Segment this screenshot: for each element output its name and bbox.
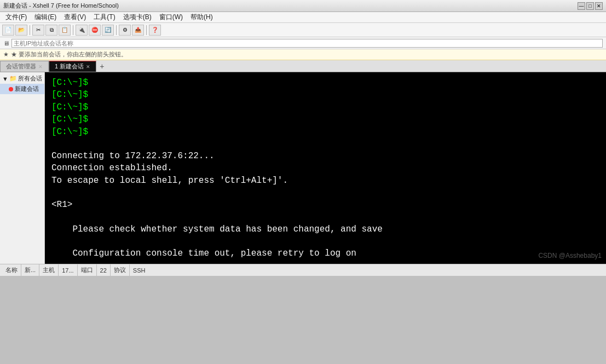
- toolbar-transfer[interactable]: 📤: [132, 25, 144, 36]
- toolbar: 📄 📂 ✂ ⧉ 📋 🔌 ⛔ 🔄 ⚙ 📤 ❓: [0, 23, 606, 37]
- terminal-blank-4: [51, 235, 599, 247]
- minimize-button[interactable]: —: [578, 2, 585, 10]
- terminal-established: Connection established.: [51, 162, 599, 174]
- menu-bar: 文件(F) 编辑(E) 查看(V) 工具(T) 选项卡(B) 窗口(W) 帮助(…: [0, 12, 606, 23]
- terminal-prompt-4: [C:\~]$: [51, 113, 599, 125]
- workspace: ▼ 📁 所有会话 新建会话 [C:\~]$ [C:\~]$ [C:\~]$ [C…: [0, 72, 606, 264]
- status-bar: 名称 新... 主机 17... 端口 22 协议 SSH: [0, 264, 606, 276]
- sidebar-group-all-sessions[interactable]: ▼ 📁 所有会话: [0, 73, 44, 84]
- toolbar-disconnect[interactable]: ⛔: [89, 25, 101, 36]
- status-proto-val: SSH: [133, 267, 146, 274]
- terminal-blank-2: [51, 187, 599, 199]
- toolbar-sep1: [30, 25, 30, 35]
- status-proto-key: 协议: [114, 266, 126, 274]
- toolbar-cut[interactable]: ✂: [32, 25, 44, 36]
- tab-session-manager-label: 会话管理器: [6, 62, 36, 71]
- status-host-label: 主机: [39, 264, 59, 276]
- terminal-prompt-2: [C:\~]$: [51, 89, 599, 101]
- status-name-value: 新...: [21, 264, 39, 276]
- status-host-value: 17...: [59, 264, 77, 276]
- tab-new-session[interactable]: 1 新建会话 ✕: [49, 61, 96, 72]
- terminal-connecting: Connecting to 172.22.37.6:22...: [51, 150, 599, 162]
- hint-text: ★ 要添加当前会话，你由左侧的箭头按钮。: [11, 50, 127, 59]
- status-port-label: 端口: [78, 264, 97, 276]
- tab-bar: 会话管理器 ✕ 1 新建会话 ✕ +: [0, 60, 606, 72]
- maximize-button[interactable]: □: [586, 2, 594, 10]
- sidebar-item-new-session-label: 新建会话: [15, 85, 39, 93]
- tab-new-session-label: 1 新建会话: [55, 62, 84, 71]
- terminal-r1: <R1>: [51, 199, 599, 211]
- menu-file[interactable]: 文件(F): [2, 12, 30, 22]
- status-host-val: 17...: [62, 267, 73, 274]
- toolbar-new[interactable]: 📄: [2, 25, 14, 36]
- toolbar-connect[interactable]: 🔌: [76, 25, 88, 36]
- hint-star: ★: [3, 51, 9, 58]
- menu-tools[interactable]: 工具(T): [90, 12, 118, 22]
- watermark: CSDN @Asshebaby1: [538, 252, 602, 259]
- status-host-key: 主机: [43, 266, 55, 274]
- status-name-key: 名称: [5, 266, 18, 274]
- toolbar-help[interactable]: ❓: [149, 25, 161, 36]
- window-controls: — □ ✕: [578, 2, 603, 10]
- status-name-label: 名称: [2, 264, 21, 276]
- terminal[interactable]: [C:\~]$ [C:\~]$ [C:\~]$ [C:\~]$ [C:\~]$ …: [45, 72, 606, 264]
- menu-window[interactable]: 窗口(W): [156, 12, 186, 22]
- terminal-escape: To escape to local shell, press 'Ctrl+Al…: [51, 175, 599, 187]
- status-proto-value: SSH: [130, 264, 149, 276]
- menu-help[interactable]: 帮助(H): [187, 12, 216, 22]
- folder-icon: 📁: [9, 75, 17, 82]
- sidebar: ▼ 📁 所有会话 新建会话: [0, 72, 45, 264]
- menu-view[interactable]: 查看(V): [61, 12, 89, 22]
- address-bar: 🖥: [0, 37, 606, 49]
- toolbar-settings[interactable]: ⚙: [119, 25, 131, 36]
- terminal-please: Please check whether system data has bee…: [51, 223, 599, 235]
- terminal-blank-1: [51, 138, 599, 150]
- red-dot-icon: [9, 87, 13, 91]
- sidebar-group-label: 所有会话: [18, 74, 42, 83]
- title-text: 新建会话 - Xshell 7 (Free for Home/School): [3, 2, 119, 10]
- tab-session-manager-close[interactable]: ✕: [38, 64, 43, 70]
- status-port-val: 22: [100, 267, 107, 274]
- close-button[interactable]: ✕: [595, 2, 603, 10]
- hint-bar: ★ ★ 要添加当前会话，你由左侧的箭头按钮。: [0, 49, 606, 60]
- status-proto-label: 协议: [111, 264, 130, 276]
- toolbar-paste[interactable]: 📋: [59, 25, 71, 36]
- menu-tabs[interactable]: 选项卡(B): [120, 12, 155, 22]
- toolbar-open[interactable]: 📂: [15, 25, 27, 36]
- address-icon: 🖥: [3, 40, 9, 47]
- sidebar-item-new-session[interactable]: 新建会话: [0, 84, 44, 94]
- title-bar: 新建会话 - Xshell 7 (Free for Home/School) —…: [0, 0, 606, 12]
- toolbar-sep4: [146, 25, 147, 35]
- terminal-prompt-5: [C:\~]$: [51, 126, 599, 138]
- sidebar-section: ▼ 📁 所有会话 新建会话: [0, 72, 44, 95]
- terminal-blank-3: [51, 211, 599, 223]
- terminal-prompt-1: [C:\~]$: [51, 77, 599, 89]
- chevron-down-icon: ▼: [2, 76, 8, 82]
- tab-session-manager[interactable]: 会话管理器 ✕: [0, 61, 49, 72]
- status-port-value: 22: [97, 264, 111, 276]
- terminal-config: Configuration console time out, please r…: [51, 247, 599, 259]
- tab-new-session-close[interactable]: ✕: [86, 64, 90, 70]
- toolbar-copy[interactable]: ⧉: [45, 25, 57, 36]
- status-port-key: 端口: [81, 266, 93, 274]
- terminal-prompt-3: [C:\~]$: [51, 101, 599, 113]
- toolbar-sep3: [116, 25, 117, 35]
- address-input[interactable]: [11, 39, 603, 48]
- status-name-val: 新...: [25, 266, 36, 274]
- toolbar-reconnect[interactable]: 🔄: [102, 25, 114, 36]
- tab-add-button[interactable]: +: [96, 61, 107, 72]
- toolbar-sep2: [73, 25, 73, 35]
- menu-edit[interactable]: 编辑(E): [31, 12, 60, 22]
